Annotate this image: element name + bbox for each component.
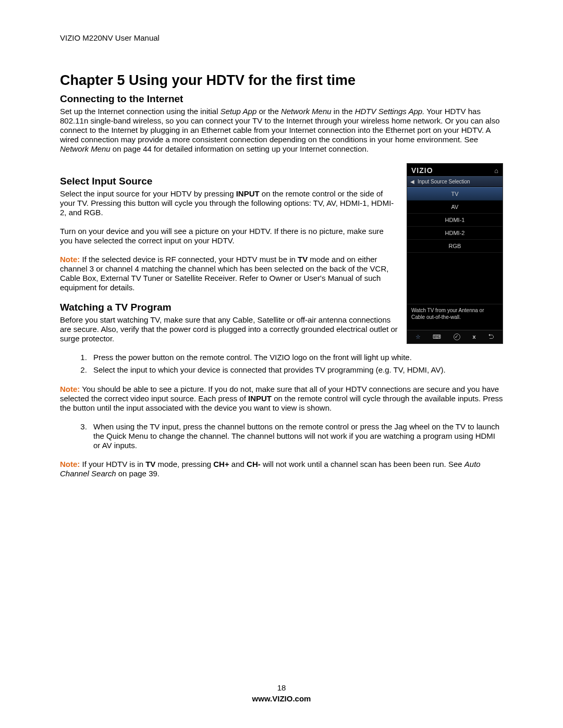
watching-note-3: Note: If your HDTV is in TV mode, pressi… bbox=[60, 460, 503, 478]
text: mode, pressing bbox=[155, 460, 213, 468]
watching-note-2: Note: You should be able to see a pictur… bbox=[60, 385, 503, 413]
text: on page 44 for detailed information on s… bbox=[111, 144, 369, 153]
select-input-paragraph-1: Select the input source for your HDTV by… bbox=[60, 189, 398, 217]
tv-menu-screenshot: VIZIO ⌂ ◀ Input Source Selection TV AV H… bbox=[407, 163, 503, 344]
select-input-note: Note: If the selected device is RF conne… bbox=[60, 255, 398, 292]
section-title-connecting: Connecting to the Internet bbox=[60, 93, 503, 105]
close-icon[interactable]: x bbox=[472, 334, 475, 340]
step-1: Press the power button on the remote con… bbox=[89, 353, 503, 362]
return-icon[interactable]: ⮌ bbox=[488, 333, 494, 340]
section-title-watching: Watching a TV Program bbox=[60, 302, 398, 313]
back-arrow-icon[interactable]: ◀ bbox=[410, 179, 414, 184]
tv-input-list: TV AV HDMI-1 HDMI-2 RGB bbox=[407, 187, 503, 304]
tv-input-item-tv[interactable]: TV bbox=[407, 187, 503, 201]
watching-paragraph-1: Before you start watching TV, make sure … bbox=[60, 315, 398, 343]
left-column: Select Input Source Select the input sou… bbox=[60, 163, 398, 353]
network-menu-ref: Network Menu bbox=[281, 107, 332, 116]
text: on page 39. bbox=[116, 469, 160, 478]
tv-mode-ref: TV bbox=[298, 255, 308, 264]
star-icon[interactable]: ☆ bbox=[415, 334, 421, 340]
page-number: 18 bbox=[0, 683, 563, 692]
text: and bbox=[229, 460, 247, 468]
step-3: When using the TV input, press the chann… bbox=[89, 422, 503, 451]
tv-help-text: Watch TV from your Antenna or Cable out-… bbox=[407, 304, 503, 330]
page-footer: 18 www.VIZIO.com bbox=[0, 683, 563, 703]
text: or the bbox=[256, 107, 281, 116]
footer-site: www.VIZIO.com bbox=[0, 694, 563, 703]
text: Select the input source for your HDTV by… bbox=[60, 189, 236, 198]
step-2: Select the input to which your device is… bbox=[89, 365, 503, 375]
chapter-title: Chapter 5 Using your HDTV for the first … bbox=[60, 72, 503, 89]
text: will not work until a channel scan has b… bbox=[261, 460, 464, 468]
page-header: VIZIO M220NV User Manual bbox=[60, 33, 503, 42]
hdtv-settings-ref: HDTV Settings App. bbox=[355, 107, 425, 116]
text: in the bbox=[332, 107, 355, 116]
network-menu-ref-2: Network Menu bbox=[60, 144, 111, 153]
tv-input-item-rgb[interactable]: RGB bbox=[407, 240, 503, 253]
tv-input-item-av[interactable]: AV bbox=[407, 201, 503, 214]
text: If your HDTV is in bbox=[80, 460, 145, 468]
two-column-section: Select Input Source Select the input sou… bbox=[60, 163, 503, 353]
confirm-icon[interactable]: ✓ bbox=[454, 334, 460, 340]
text: If the selected device is RF connected, … bbox=[80, 255, 298, 264]
section-title-select-input: Select Input Source bbox=[60, 176, 398, 187]
ch-minus-ref: CH- bbox=[247, 460, 261, 468]
note-label: Note: bbox=[60, 460, 80, 468]
tv-menu-breadcrumb[interactable]: ◀ Input Source Selection bbox=[407, 176, 503, 187]
tv-menu-footer: ☆ ⌨ ✓ x ⮌ bbox=[407, 330, 503, 343]
connecting-paragraph: Set up the Internet connection using the… bbox=[60, 107, 503, 154]
home-icon[interactable]: ⌂ bbox=[494, 167, 498, 175]
tv-menu-header: VIZIO ⌂ bbox=[407, 164, 503, 176]
breadcrumb-label: Input Source Selection bbox=[418, 179, 470, 184]
ch-plus-ref: CH+ bbox=[213, 460, 229, 468]
watching-step-3: When using the TV input, press the chann… bbox=[89, 422, 503, 451]
keyboard-icon[interactable]: ⌨ bbox=[433, 334, 441, 340]
tv-input-item-hdmi1[interactable]: HDMI-1 bbox=[407, 214, 503, 227]
input-button-ref: INPUT bbox=[236, 189, 260, 198]
tv-list-blank-area bbox=[407, 253, 503, 304]
vizio-logo: VIZIO bbox=[411, 166, 433, 175]
manual-page: VIZIO M220NV User Manual Chapter 5 Using… bbox=[0, 0, 563, 478]
note-label: Note: bbox=[60, 385, 80, 393]
right-column: VIZIO ⌂ ◀ Input Source Selection TV AV H… bbox=[407, 163, 503, 353]
tv-input-item-hdmi2[interactable]: HDMI-2 bbox=[407, 227, 503, 240]
text: Set up the Internet connection using the… bbox=[60, 107, 221, 116]
select-input-paragraph-2: Turn on your device and you will see a p… bbox=[60, 227, 398, 245]
setup-app-ref: Setup App bbox=[221, 107, 257, 116]
input-button-ref: INPUT bbox=[248, 394, 272, 403]
note-label: Note: bbox=[60, 255, 80, 264]
tv-mode-ref: TV bbox=[145, 460, 155, 468]
watching-steps-1-2: Press the power button on the remote con… bbox=[89, 353, 503, 375]
